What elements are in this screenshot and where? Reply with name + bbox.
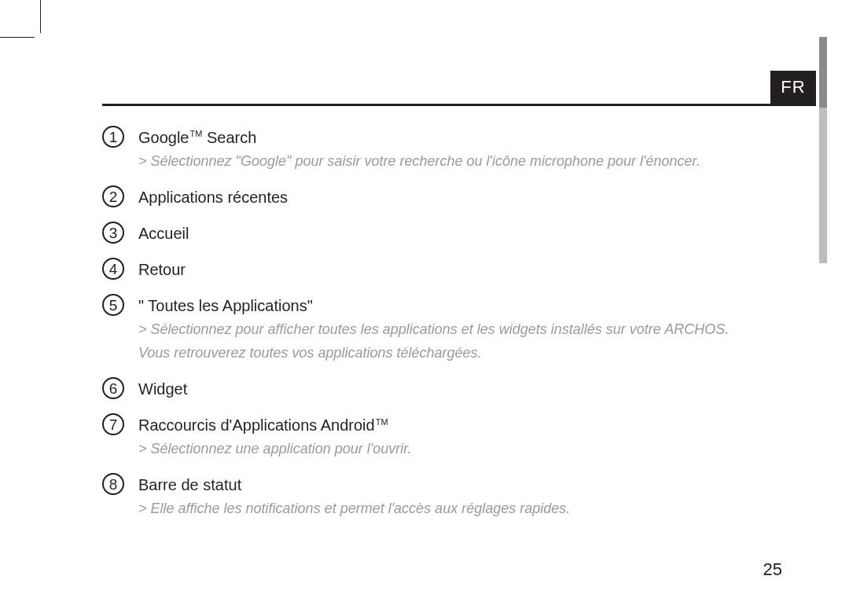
list-item: 7Raccourcis d'Applications AndroidTM> Sé… xyxy=(102,413,786,459)
item-number: 1 xyxy=(102,126,124,148)
item-number: 4 xyxy=(102,258,124,280)
page-number-value: 25 xyxy=(763,559,782,579)
item-number: 8 xyxy=(102,473,124,495)
item-title: Barre de statut xyxy=(138,475,786,495)
item-title-text: Accueil xyxy=(138,225,189,242)
item-title-text: " Toutes les Applications" xyxy=(138,297,313,314)
item-title: GoogleTM Search xyxy=(138,127,786,148)
list-item: 4Retour xyxy=(102,258,786,280)
crop-mark-horizontal xyxy=(0,37,35,38)
trademark-icon: TM xyxy=(190,129,203,138)
item-subtext: > Elle affiche les notifications et perm… xyxy=(138,498,786,519)
item-subtext: Vous retrouverez toutes vos applications… xyxy=(138,343,786,363)
list-item: 5 " Toutes les Applications"> Sélectionn… xyxy=(102,294,786,363)
content-list: 1GoogleTM Search> Sélectionnez "Google" … xyxy=(102,126,786,533)
item-title-text: Widget xyxy=(138,380,187,398)
item-title: " Toutes les Applications" xyxy=(138,295,786,316)
horizontal-rule xyxy=(102,104,816,106)
trademark-icon: TM xyxy=(376,417,388,427)
scrollbar-thumb[interactable] xyxy=(819,37,827,108)
list-item: 3Accueil xyxy=(102,222,786,244)
item-title-text-after: Search xyxy=(202,129,256,146)
item-title-text: Raccourcis d'Applications Android xyxy=(138,416,375,434)
item-title: Raccourcis d'Applications AndroidTM xyxy=(138,415,786,435)
language-label: FR xyxy=(781,77,805,97)
page-number: 25 xyxy=(763,559,782,580)
item-body: Applications récentes xyxy=(138,185,786,207)
item-title: Widget xyxy=(138,379,786,399)
item-number: 3 xyxy=(102,222,124,244)
item-body: Widget xyxy=(138,377,786,399)
item-body: Retour xyxy=(138,258,786,280)
list-item: 6Widget xyxy=(102,377,786,399)
item-title-text: Applications récentes xyxy=(138,189,288,206)
list-item: 8Barre de statut> Elle affiche les notif… xyxy=(102,473,786,519)
item-number: 7 xyxy=(102,413,124,435)
item-number: 5 xyxy=(102,294,124,316)
item-subtext: > Sélectionnez une application pour l'ou… xyxy=(138,438,786,459)
item-body: Raccourcis d'Applications AndroidTM> Sél… xyxy=(138,413,786,459)
item-number: 6 xyxy=(102,377,124,399)
item-title: Accueil xyxy=(138,223,786,244)
item-body: Accueil xyxy=(138,222,786,244)
item-subtext: > Sélectionnez "Google" pour saisir votr… xyxy=(138,151,786,171)
list-item: 1GoogleTM Search> Sélectionnez "Google" … xyxy=(102,126,786,171)
item-title-text: Google xyxy=(138,129,189,146)
item-title-text: Retour xyxy=(138,261,186,278)
item-title: Retour xyxy=(138,259,786,280)
item-title-text: Barre de statut xyxy=(138,476,241,493)
list-item: 2Applications récentes xyxy=(102,185,786,207)
crop-mark-vertical xyxy=(40,0,41,33)
item-subtext: > Sélectionnez pour afficher toutes les … xyxy=(138,319,786,339)
item-body: GoogleTM Search> Sélectionnez "Google" p… xyxy=(138,126,786,171)
page: FR 1GoogleTM Search> Sélectionnez "Googl… xyxy=(0,0,849,616)
item-body: Barre de statut> Elle affiche les notifi… xyxy=(138,473,786,519)
language-tab: FR xyxy=(770,71,816,104)
item-body: " Toutes les Applications"> Sélectionnez… xyxy=(138,294,786,363)
item-title: Applications récentes xyxy=(138,187,786,207)
item-number: 2 xyxy=(102,185,124,207)
